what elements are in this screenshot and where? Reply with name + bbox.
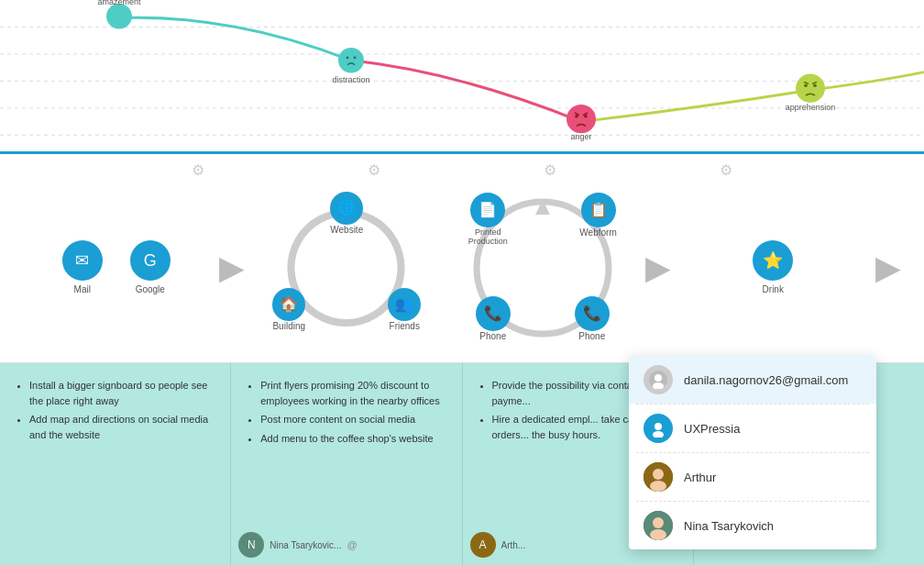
gear-row: ⚙ ⚙ ⚙ ⚙: [0, 161, 924, 179]
svg-point-12: [566, 105, 596, 133]
google-label: Google: [136, 284, 165, 294]
webform-circle: 📋: [581, 193, 616, 227]
svg-point-16: [796, 74, 825, 103]
phone-left-circle: 📞: [476, 296, 511, 331]
svg-point-27: [654, 423, 662, 430]
card-2-at: @: [346, 537, 357, 553]
dropdown-arthur-text: Arthur: [684, 471, 716, 484]
dropdown-email-avatar: [644, 365, 673, 394]
card-2: Print flyers promising 20% discount to e…: [231, 363, 462, 565]
friends-item: 👥 Friends: [388, 288, 421, 331]
zone-2: 🌐 Website 🏠 Building 👥 Friends: [249, 190, 446, 346]
zone-1: ✉ Mail G Google: [18, 240, 214, 294]
svg-point-10: [346, 56, 349, 59]
phone-right-item: 📞 Phone: [575, 296, 610, 341]
svg-point-18: [804, 84, 808, 88]
mail-label: Mail: [74, 284, 91, 294]
webform-label: Webform: [579, 227, 616, 238]
card-3-avatar-label: Arth...: [501, 538, 526, 552]
svg-text:amazement: amazement: [98, 0, 141, 6]
printed-production-item: 📄 PrintedProduction: [468, 193, 508, 246]
svg-point-34: [650, 529, 666, 540]
building-circle: 🏠: [272, 288, 305, 321]
printed-flow: 📄 PrintedProduction 📋 Webform 📞 Phone 📞 …: [456, 185, 630, 350]
dropdown-email-text: danila.nagornov26@gmail.com: [684, 373, 848, 387]
svg-point-24: [654, 374, 662, 382]
arrow-1: ▶: [219, 249, 245, 287]
card-2-list: Print flyers promising 20% discount to e…: [246, 378, 446, 446]
dropdown-item-arthur[interactable]: Arthur: [629, 453, 876, 501]
svg-point-5: [106, 4, 132, 29]
dropdown-item-uxpressia[interactable]: UXPressia: [629, 404, 876, 452]
arrow-3: ▶: [875, 249, 901, 287]
drink-label: Drink: [763, 284, 784, 294]
dropdown-ux-text: UXPressia: [684, 422, 740, 436]
dropdown-arthur-avatar: [644, 462, 673, 492]
website-circle: 🌐: [330, 192, 363, 225]
friends-circle: 👥: [388, 288, 421, 321]
friends-label: Friends: [390, 321, 420, 331]
zone-1-items: ✉ Mail G Google: [62, 240, 170, 294]
building-label: Building: [272, 321, 305, 331]
card-1-list: Install a bigger signboard so people see…: [15, 378, 215, 442]
svg-point-31: [650, 481, 666, 492]
svg-point-30: [653, 469, 664, 480]
phone-right-label: Phone: [578, 331, 605, 341]
card-2-bullet-1: Print flyers promising 20% discount to e…: [260, 378, 446, 408]
gear-icon-1[interactable]: ⚙: [192, 161, 204, 179]
user-dropdown[interactable]: danila.nagornov26@gmail.com UXPressia Ar…: [629, 356, 876, 549]
dropdown-ux-avatar: [644, 414, 673, 443]
card-2-bullet-2: Post more content on social media: [260, 412, 446, 427]
google-circle: G: [130, 240, 170, 281]
drink-item: ⭐ Drink: [753, 240, 793, 294]
svg-text:anger: anger: [571, 132, 592, 141]
mail-circle: ✉: [62, 240, 103, 281]
card-2-avatar-label: Nina Tsarykovic...: [270, 538, 341, 552]
card-3-avatar: A: [470, 532, 496, 558]
phone-right-circle: 📞: [575, 296, 610, 331]
card-1-bullet-1: Install a bigger signboard so people see…: [29, 378, 215, 408]
card-3-footer: A Arth...: [470, 532, 526, 558]
gear-icon-3[interactable]: ⚙: [544, 161, 556, 179]
drink-circle: ⭐: [753, 240, 793, 281]
journey-map: ⚙ ⚙ ⚙ ⚙ ✉ Mail G Google ▶: [0, 154, 924, 363]
svg-point-11: [354, 56, 357, 59]
dropdown-nina-text: Nina Tsarykovich: [684, 519, 774, 533]
card-1-bullet-2: Add map and directions on social media a…: [29, 412, 215, 442]
gear-icon-2[interactable]: ⚙: [368, 161, 380, 179]
card-1: Install a bigger signboard so people see…: [0, 363, 231, 565]
card-2-bullet-3: Add menu to the coffee shop's website: [260, 431, 446, 447]
arrow-2: ▶: [645, 249, 671, 287]
emotion-chart: amazement distraction anger apprehension: [0, 0, 924, 154]
card-2-avatar: N: [238, 532, 264, 558]
website-item: 🌐 Website: [330, 192, 363, 235]
zone-3: 📄 PrintedProduction 📋 Webform 📞 Phone 📞 …: [445, 185, 641, 350]
card-2-footer: N Nina Tsarykovic... @: [238, 532, 357, 558]
mail-icon-item: ✉ Mail: [62, 240, 103, 294]
dropdown-item-nina[interactable]: Nina Tsarykovich: [629, 502, 876, 549]
svg-point-19: [813, 84, 817, 88]
website-label: Website: [330, 225, 363, 235]
gear-icon-4[interactable]: ⚙: [720, 161, 732, 179]
svg-text:apprehension: apprehension: [786, 103, 836, 112]
phone-left-label: Phone: [479, 331, 506, 341]
zone-4: ⭐ Drink: [676, 240, 872, 294]
svg-text:distraction: distraction: [333, 75, 370, 84]
dropdown-item-email[interactable]: danila.nagornov26@gmail.com: [629, 356, 876, 404]
svg-point-9: [340, 50, 362, 72]
google-icon-item: G Google: [130, 240, 170, 294]
printed-label: PrintedProduction: [468, 227, 508, 246]
webform-item: 📋 Webform: [579, 193, 616, 238]
printed-circle-icon: 📄: [470, 193, 505, 227]
dropdown-nina-avatar: [644, 511, 673, 540]
circle-flow: 🌐 Website 🏠 Building 👥 Friends: [269, 190, 424, 346]
building-item: 🏠 Building: [272, 288, 305, 331]
journey-flow: ✉ Mail G Google ▶: [0, 185, 924, 350]
phone-left-item: 📞 Phone: [476, 296, 511, 341]
svg-point-33: [653, 517, 664, 528]
